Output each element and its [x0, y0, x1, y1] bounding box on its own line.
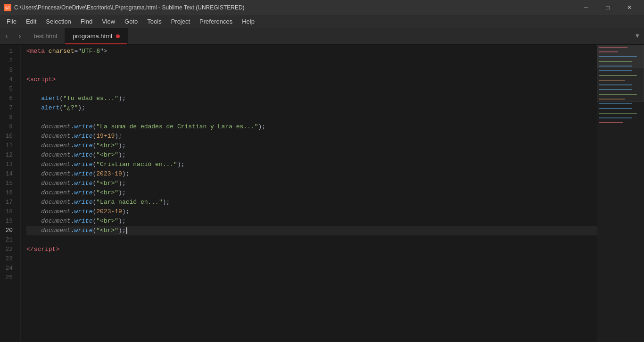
line-num-13: 13 — [0, 160, 17, 169]
line-num-16: 16 — [0, 188, 17, 198]
line-num-20: 20 — [0, 226, 17, 235]
line-num-14: 14 — [0, 169, 17, 179]
line-num-11: 11 — [0, 141, 17, 150]
line-num-4: 4 — [0, 75, 17, 84]
svg-rect-14 — [599, 103, 632, 104]
code-line-3 — [26, 66, 597, 75]
line-num-25: 25 — [0, 273, 17, 283]
minimap[interactable] — [597, 45, 644, 342]
code-line-7: alert("¿?"); — [26, 103, 597, 113]
code-line-9: document.write("La suma de edades de Cri… — [26, 122, 597, 132]
menu-bar: File Edit Selection Find View Goto Tools… — [0, 15, 644, 28]
menu-edit[interactable]: Edit — [21, 16, 41, 27]
line-num-15: 15 — [0, 179, 17, 188]
svg-rect-15 — [599, 108, 632, 109]
tab-bar: ‹ › test.html programa.html ▼ — [0, 28, 644, 45]
code-line-16: document.write("<br>"); — [26, 188, 597, 198]
line-num-9: 9 — [0, 122, 17, 132]
minimize-button[interactable]: ─ — [575, 0, 597, 15]
menu-goto[interactable]: Goto — [120, 16, 142, 27]
line-num-2: 2 — [0, 56, 17, 66]
line-num-3: 3 — [0, 66, 17, 75]
editor: 1 2 3 4 5 6 7 8 9 10 11 12 13 14 15 16 1… — [0, 45, 644, 342]
tab-list-button[interactable]: ▼ — [631, 28, 644, 44]
line-num-17: 17 — [0, 198, 17, 207]
code-line-22: </script> — [26, 245, 597, 254]
menu-preferences[interactable]: Preferences — [195, 16, 237, 27]
title-bar-text: C:\Users\Princesa\OneDrive\Escritorio\LP… — [14, 4, 245, 11]
code-line-17: document.write("Lara nació en..."); — [26, 198, 597, 207]
close-button[interactable]: ✕ — [619, 0, 640, 15]
code-line-5 — [26, 84, 597, 94]
tab-test-html[interactable]: test.html — [26, 28, 65, 44]
tab-test-html-label: test.html — [34, 33, 57, 40]
code-line-6: alert("Tu edad es..."); — [26, 94, 597, 103]
tab-prev-button[interactable]: ‹ — [0, 28, 13, 44]
app-icon: ST — [4, 4, 11, 11]
code-line-24 — [26, 264, 597, 273]
code-line-20: document.write("<br>"); — [26, 226, 597, 235]
line-num-8: 8 — [0, 113, 17, 122]
code-line-12: document.write("<br>"); — [26, 150, 597, 160]
window-controls: ─ □ ✕ — [575, 0, 640, 15]
svg-rect-19 — [597, 45, 644, 101]
title-bar: ST C:\Users\Princesa\OneDrive\Escritorio… — [0, 0, 644, 15]
code-area[interactable]: <meta charset="UTF-8"> <script> alert("T… — [21, 45, 597, 342]
code-line-10: document.write(19+19); — [26, 132, 597, 141]
menu-view[interactable]: View — [97, 16, 120, 27]
line-numbers: 1 2 3 4 5 6 7 8 9 10 11 12 13 14 15 16 1… — [0, 45, 21, 342]
menu-selection[interactable]: Selection — [41, 16, 75, 27]
line-num-7: 7 — [0, 103, 17, 113]
line-num-24: 24 — [0, 264, 17, 273]
line-num-21: 21 — [0, 235, 17, 245]
line-num-1: 1 — [0, 47, 17, 56]
code-line-21 — [26, 235, 597, 245]
menu-tools[interactable]: Tools — [142, 16, 166, 27]
svg-rect-17 — [599, 117, 632, 118]
code-line-19: document.write("<br>"); — [26, 217, 597, 226]
line-num-10: 10 — [0, 132, 17, 141]
tab-dirty-indicator — [116, 34, 120, 38]
tab-next-button[interactable]: › — [13, 28, 26, 44]
title-bar-left: ST C:\Users\Princesa\OneDrive\Escritorio… — [4, 4, 245, 11]
minimap-content — [597, 45, 644, 328]
code-line-4: <script> — [26, 75, 597, 84]
line-num-12: 12 — [0, 150, 17, 160]
svg-text:ST: ST — [5, 6, 10, 11]
line-num-23: 23 — [0, 254, 17, 264]
tab-programa-html[interactable]: programa.html — [65, 28, 128, 44]
svg-rect-18 — [599, 122, 623, 123]
menu-help[interactable]: Help — [237, 16, 259, 27]
line-num-5: 5 — [0, 84, 17, 94]
line-num-6: 6 — [0, 94, 17, 103]
menu-project[interactable]: Project — [166, 16, 195, 27]
line-num-18: 18 — [0, 207, 17, 217]
code-line-14: document.write(2023-19); — [26, 169, 597, 179]
code-line-15: document.write("<br>"); — [26, 179, 597, 188]
menu-find[interactable]: Find — [76, 16, 97, 27]
code-line-18: document.write(2023-19); — [26, 207, 597, 217]
line-num-19: 19 — [0, 217, 17, 226]
code-line-23 — [26, 254, 597, 264]
code-line-11: document.write("<br>"); — [26, 141, 597, 150]
code-line-25 — [26, 273, 597, 283]
code-line-8 — [26, 113, 597, 122]
maximize-button[interactable]: □ — [597, 0, 619, 15]
code-line-1: <meta charset="UTF-8"> — [26, 47, 597, 56]
svg-rect-16 — [599, 113, 637, 114]
code-line-2 — [26, 56, 597, 66]
line-num-22: 22 — [0, 245, 17, 254]
menu-file[interactable]: File — [2, 16, 21, 27]
code-line-13: document.write("Cristian nació en..."); — [26, 160, 597, 169]
tab-programa-html-label: programa.html — [73, 33, 112, 40]
